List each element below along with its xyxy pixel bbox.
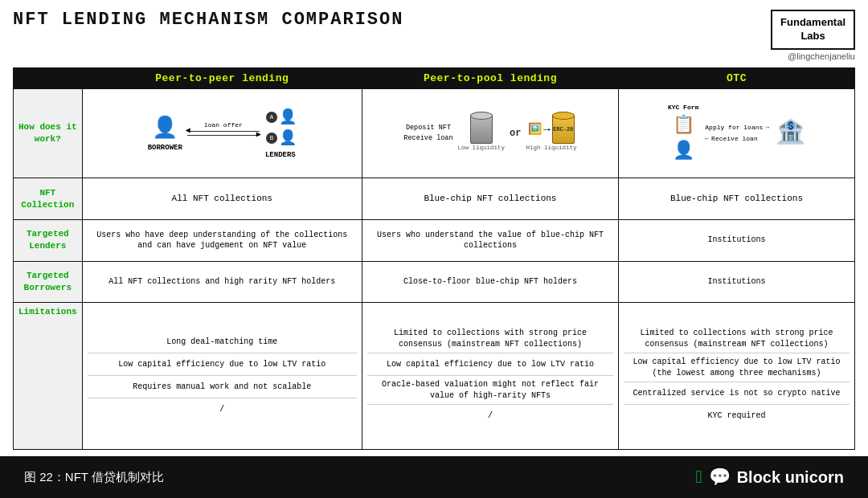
loan-offer-label: loan offer bbox=[204, 121, 243, 130]
p2pool-diagram-cell: Deposit NFT Receive loan Low liquidity bbox=[362, 89, 618, 178]
lenders-c2: Users who understand the value of blue-c… bbox=[362, 219, 618, 261]
borrower-person-icon: 👤 bbox=[152, 115, 178, 143]
lenders-section: A 👤 B 👤 LENDERS bbox=[264, 108, 297, 160]
cylinder-section: Low liquidity bbox=[458, 115, 506, 152]
brand-name: Block unicorn bbox=[737, 468, 844, 487]
limit-item-c3-2: Centralized service is not so crypto nat… bbox=[624, 382, 850, 405]
wechat-symbol: 💬 bbox=[709, 467, 731, 488]
p2p-middle: 👤 BORROWER loan offer ◀ bbox=[148, 108, 297, 160]
limit-item-c2-3: / bbox=[367, 405, 613, 427]
lenders-c3: Institutions bbox=[618, 219, 854, 261]
nft-c2: Blue-chip NFT collections bbox=[362, 178, 618, 220]
limit-item-c1-1: Low capital efficiency due to low LTV ra… bbox=[88, 353, 357, 376]
cylinder-gold-top bbox=[552, 112, 575, 120]
row-how-it-works: How does it work? 👤 BORROWER bbox=[14, 89, 855, 178]
receive-arrow-row: ← Receive loan bbox=[705, 135, 769, 144]
col-header-0 bbox=[14, 67, 83, 89]
receive-label: Receive loan bbox=[711, 135, 758, 144]
borrowers-c1: All NFT collections and high rarity NFT … bbox=[82, 261, 362, 303]
kyc-form-label: KYC Form bbox=[668, 104, 698, 112]
borrowers-c2: Close-to-floor blue-chip NFT holders bbox=[362, 261, 618, 303]
lender-b-icon: 👤 bbox=[279, 129, 297, 148]
p2pool-top: Deposit NFT Receive loan Low liquidity bbox=[403, 115, 576, 152]
row-header-how: How does it work? bbox=[14, 89, 83, 178]
borrower-label: BORROWER bbox=[148, 143, 182, 153]
limit-item-c1-0: Long deal-matching time bbox=[88, 331, 357, 353]
footer-brand:  💬 Block unicorn bbox=[696, 467, 844, 488]
borrower-section: 👤 BORROWER bbox=[148, 115, 182, 153]
twitter-handle: @lingchenjaneliu bbox=[788, 51, 855, 61]
row-header-limitations: Limitations bbox=[14, 303, 83, 450]
arrow-section: loan offer ◀ ▶ bbox=[187, 131, 260, 136]
bank-section: 🏦 bbox=[776, 117, 805, 150]
nft-icon: 🖼️ bbox=[528, 122, 542, 137]
white-area: NFT LENDING MECHANISM COMPARISON Fundame… bbox=[0, 0, 868, 456]
lenders-label: LENDERS bbox=[265, 150, 296, 160]
row-targeted-lenders: Targeted Lenders Users who have deep und… bbox=[14, 219, 855, 261]
return-arrow: ▶ bbox=[187, 135, 260, 136]
limitations-c1: Long deal-matching time Low capital effi… bbox=[82, 303, 362, 450]
nft-c3: Blue-chip NFT collections bbox=[618, 178, 854, 220]
person-icon-otc: 👤 bbox=[673, 140, 694, 164]
low-liquidity-label: Low liquidity bbox=[458, 144, 506, 152]
lender-b-row: B 👤 bbox=[264, 129, 297, 148]
limit-item-c2-0: Limited to collections with strong price… bbox=[367, 325, 613, 353]
footer-caption: 图 22：NFT 借贷机制对比 bbox=[24, 470, 164, 485]
limit-item-c1-2: Requires manual work and not scalable bbox=[88, 376, 357, 398]
bank-icon: 🏦 bbox=[776, 117, 805, 150]
col-header-p2p: Peer-to-peer lending bbox=[82, 67, 362, 89]
limit-item-c3-3: KYC required bbox=[624, 405, 850, 427]
or-text: or bbox=[510, 127, 521, 140]
otc-arrows: Apply for loans → ← Receive loan bbox=[705, 124, 769, 145]
lender-a-row: A 👤 bbox=[264, 108, 297, 127]
deposit-section: Deposit NFT Receive loan bbox=[403, 124, 452, 143]
arrow-right-line: ▶ bbox=[187, 135, 260, 136]
cylinder-gold: ERC-20 bbox=[552, 115, 575, 144]
arrow-icon: → bbox=[543, 122, 550, 137]
limit-item-c3-0: Limited to collections with strong price… bbox=[624, 325, 850, 353]
cylinder-top bbox=[470, 112, 493, 120]
row-targeted-borrowers: Targeted Borrowers All NFT collections a… bbox=[14, 261, 855, 303]
main-container: NFT LENDING MECHANISM COMPARISON Fundame… bbox=[0, 0, 868, 498]
footer: 图 22：NFT 借贷机制对比  💬 Block unicorn bbox=[0, 456, 868, 498]
p2p-diagram: 👤 BORROWER loan offer ◀ bbox=[88, 108, 357, 160]
arrow-left-line: ◀ bbox=[187, 131, 260, 132]
kyc-doc-icon: 📋 bbox=[673, 114, 694, 138]
col-header-p2pool: Peer-to-pool lending bbox=[362, 67, 618, 89]
row-header-borrowers: Targeted Borrowers bbox=[14, 261, 83, 303]
deposit-label: Deposit NFT bbox=[406, 124, 451, 133]
limit-item-c2-1: Low capital efficiency due to low LTV ra… bbox=[367, 353, 613, 376]
row-header-nft: NFT Collection bbox=[14, 178, 83, 220]
lender-b-badge: B bbox=[266, 133, 277, 144]
nft-c1: All NFT collections bbox=[82, 178, 362, 220]
wechat-icon:  bbox=[696, 467, 702, 488]
otc-diagram-cell: KYC Form 📋 👤 Apply for loans → bbox=[618, 89, 854, 178]
p2p-diagram-cell: 👤 BORROWER loan offer ◀ bbox=[82, 89, 362, 178]
row-header-lenders: Targeted Lenders bbox=[14, 219, 83, 261]
high-liquidity-label: High liquidity bbox=[526, 144, 577, 152]
logo-box: Fundamental Labs bbox=[771, 10, 855, 50]
row-nft-collection: NFT Collection All NFT collections Blue-… bbox=[14, 178, 855, 220]
apply-label: Apply for loans bbox=[705, 124, 763, 133]
limitations-c3: Limited to collections with strong price… bbox=[618, 303, 854, 450]
lender-a-badge: A bbox=[266, 112, 277, 123]
row-limitations: Limitations Long deal-matching time Low … bbox=[14, 303, 855, 450]
erc20-label: ERC-20 bbox=[553, 126, 573, 133]
borrowers-c3: Institutions bbox=[618, 261, 854, 303]
otc-diagram: KYC Form 📋 👤 Apply for loans → bbox=[624, 104, 850, 163]
p2pool-diagram: Deposit NFT Receive loan Low liquidity bbox=[367, 115, 613, 152]
col-header-otc: OTC bbox=[618, 67, 854, 89]
high-liq-section: 🖼️ → ERC-20 High liquidity bbox=[526, 115, 577, 152]
page-title: NFT LENDING MECHANISM COMPARISON bbox=[13, 10, 403, 30]
header-row: NFT LENDING MECHANISM COMPARISON Fundame… bbox=[13, 10, 855, 61]
limit-item-c2-2: Oracle-based valuation might not reflect… bbox=[367, 376, 613, 405]
limitations-c2: Limited to collections with strong price… bbox=[362, 303, 618, 450]
limit-item-c1-3: / bbox=[88, 398, 357, 421]
receive-label: Receive loan bbox=[403, 134, 452, 143]
otc-left: KYC Form 📋 👤 bbox=[668, 104, 698, 163]
limit-item-c3-1: Low capital efficiency due to low LTV ra… bbox=[624, 353, 850, 382]
lenders-c1: Users who have deep understanding of the… bbox=[82, 219, 362, 261]
apply-arrow-row: Apply for loans → bbox=[705, 124, 769, 133]
loan-offer-arrow: loan offer ◀ bbox=[187, 131, 260, 132]
cylinder-icon bbox=[470, 115, 493, 144]
